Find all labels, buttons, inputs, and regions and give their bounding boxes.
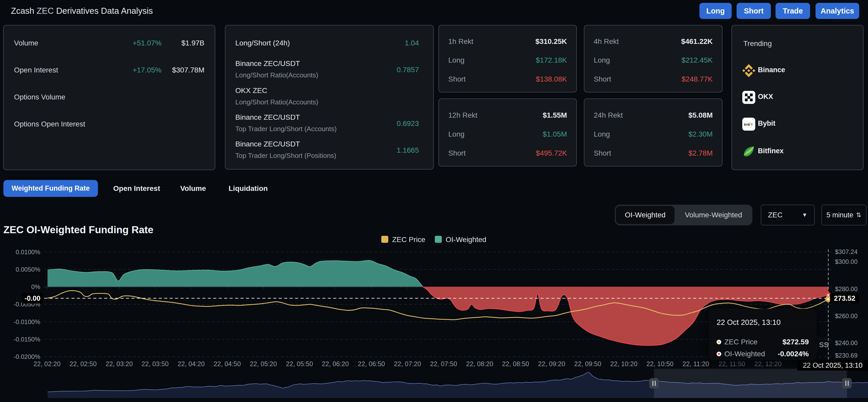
svg-text:$300.00: $300.00 [835, 258, 858, 265]
svg-text:-0.0100%: -0.0100% [13, 318, 40, 326]
svg-text:22, 04:20: 22, 04:20 [178, 360, 205, 368]
svg-text:$240.00: $240.00 [835, 339, 858, 346]
svg-text:273.52: 273.52 [834, 295, 856, 302]
svg-text:22 Oct 2025, 13:10: 22 Oct 2025, 13:10 [803, 362, 863, 369]
svg-text:22, 09:50: 22, 09:50 [574, 360, 601, 368]
svg-text:$260.00: $260.00 [835, 312, 858, 319]
svg-text:22, 08:50: 22, 08:50 [502, 360, 529, 368]
svg-text:$307.24: $307.24 [835, 248, 858, 255]
svg-text:22, 11:20: 22, 11:20 [683, 360, 709, 368]
svg-text:22, 06:20: 22, 06:20 [322, 360, 349, 368]
svg-text:$230.69: $230.69 [835, 352, 858, 359]
svg-text:-0.00: -0.00 [24, 295, 40, 302]
svg-text:22, 11:50: 22, 11:50 [719, 360, 745, 368]
svg-text:OI-Weighted: OI-Weighted [446, 236, 487, 244]
svg-text:22, 08:20: 22, 08:20 [466, 360, 493, 368]
svg-text:22, 02:50: 22, 02:50 [70, 360, 97, 368]
svg-text:22, 09:20: 22, 09:20 [538, 360, 565, 368]
svg-text:22, 07:20: 22, 07:20 [394, 360, 421, 368]
svg-text:22, 03:20: 22, 03:20 [106, 360, 133, 368]
svg-text:22, 03:50: 22, 03:50 [142, 360, 168, 368]
svg-text:22, 10:20: 22, 10:20 [610, 360, 638, 368]
svg-text:-0.0200%: -0.0200% [13, 353, 40, 360]
svg-text:22, 04:50: 22, 04:50 [214, 360, 241, 368]
svg-text:22, 05:50: 22, 05:50 [286, 360, 313, 368]
svg-text:22, 06:50: 22, 06:50 [358, 360, 385, 368]
svg-text:22, 10:50: 22, 10:50 [647, 360, 674, 368]
svg-text:0.0100%: 0.0100% [16, 249, 40, 255]
svg-text:0%: 0% [31, 283, 40, 290]
svg-text:$280.00: $280.00 [835, 285, 858, 292]
svg-text:22, 12:20: 22, 12:20 [754, 360, 781, 368]
svg-text:BYB: BYB [744, 123, 750, 126]
svg-text:0.0050%: 0.0050% [16, 266, 40, 273]
svg-text:ZEC Price: ZEC Price [392, 236, 426, 244]
svg-text:22, 07:50: 22, 07:50 [430, 360, 457, 368]
svg-text:T: T [751, 123, 753, 126]
svg-text:22, 05:20: 22, 05:20 [250, 360, 277, 368]
svg-text:SS: SS [819, 341, 829, 349]
svg-text:-0.0150%: -0.0150% [13, 336, 40, 343]
svg-text:22, 02:20: 22, 02:20 [33, 360, 61, 368]
